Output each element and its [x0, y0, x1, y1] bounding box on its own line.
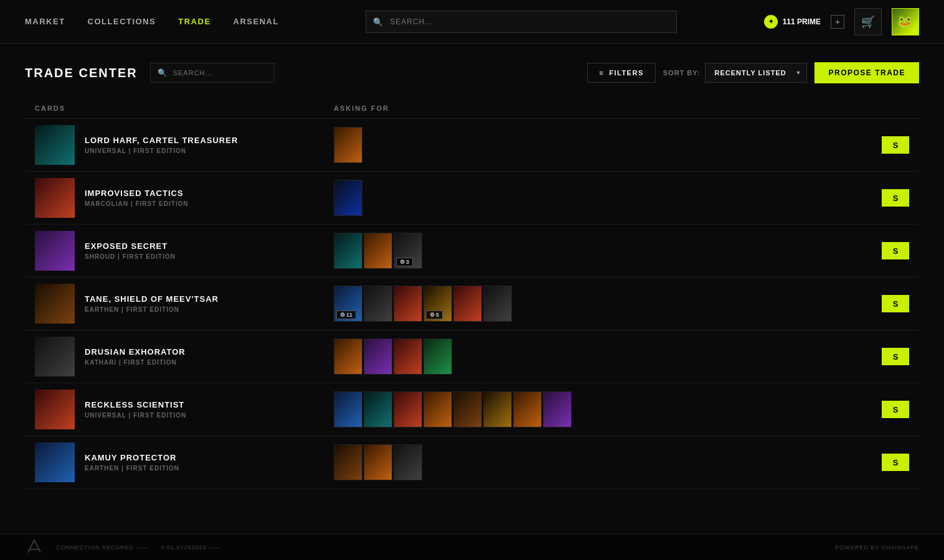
- cards-cell: KAMUY PROTECTOR EARTHEN | FIRST EDITION: [25, 436, 324, 489]
- asking-card-6: [513, 391, 542, 427]
- nav-item-market[interactable]: MARKET: [25, 17, 65, 26]
- filters-label: FILTERS: [609, 69, 644, 77]
- asking-card-3: [423, 391, 452, 427]
- asking-cell: ⚙3S: [324, 225, 919, 278]
- table-row[interactable]: EXPOSED SECRET SHROUD | FIRST EDITION ⚙3…: [25, 225, 919, 278]
- asking-card-0: [334, 338, 362, 375]
- card-thumbnail: [35, 442, 75, 482]
- asking-row-wrapper: S: [334, 391, 909, 427]
- avatar[interactable]: 🐸: [892, 8, 919, 35]
- card-info: DRUSIAN EXHORATOR KATHARI | FIRST EDITIO…: [85, 347, 186, 366]
- card-cell-content: TANE, SHIELD OF MEEV'TSAR EARTHEN | FIRS…: [35, 284, 314, 324]
- table-row[interactable]: KAMUY PROTECTOR EARTHEN | FIRST EDITION …: [25, 436, 919, 489]
- propose-trade-button[interactable]: PROPOSE TRADE: [814, 62, 919, 83]
- cards-column-header: CARDS: [25, 98, 324, 119]
- asking-card-0: ⚙11: [334, 286, 362, 322]
- card-edition: KATHARI | FIRST EDITION: [85, 359, 186, 366]
- asking-cell: S: [324, 436, 919, 489]
- asking-cards-group: ⚙3: [334, 233, 422, 269]
- table-row[interactable]: IMPROVISED TACTICS MARCOLIAN | FIRST EDI…: [25, 172, 919, 225]
- asking-cards-group: [334, 180, 362, 216]
- swap-button[interactable]: S: [882, 189, 909, 207]
- filters-icon: ≡: [599, 69, 604, 77]
- nav-item-collections[interactable]: COLLECTIONS: [88, 17, 156, 26]
- prime-icon: ✦: [764, 15, 778, 29]
- cards-cell: EXPOSED SECRET SHROUD | FIRST EDITION: [25, 225, 324, 278]
- cards-cell: TANE, SHIELD OF MEEV'TSAR EARTHEN | FIRS…: [25, 278, 324, 330]
- card-info: RECKLESS SCIENTIST UNIVERSAL | FIRST EDI…: [85, 400, 186, 419]
- asking-card-2: ⚙3: [394, 233, 422, 269]
- header: MARKETCOLLECTIONSTRADEARSENAL 🔍 ✦ 111 PR…: [0, 0, 944, 44]
- header-search-container: 🔍: [366, 11, 677, 33]
- card-thumbnail: [35, 178, 75, 218]
- filters-button[interactable]: ≡ FILTERS: [587, 63, 655, 83]
- table-row[interactable]: TANE, SHIELD OF MEEV'TSAR EARTHEN | FIRS…: [25, 278, 919, 330]
- asking-card-2: [394, 338, 422, 375]
- asking-card-5: [483, 391, 512, 427]
- gear-icon: ⚙: [340, 312, 345, 318]
- asking-card-1: [364, 233, 392, 269]
- plus-button[interactable]: +: [831, 15, 844, 29]
- sort-select[interactable]: RECENTLY LISTED: [705, 63, 807, 83]
- asking-card-0: [334, 180, 362, 216]
- table-row[interactable]: RECKLESS SCIENTIST UNIVERSAL | FIRST EDI…: [25, 383, 919, 436]
- gear-icon: ⚙: [430, 312, 435, 318]
- main-content: TRADE CENTER 🔍 ≡ FILTERS SORT BY: RECENT…: [0, 44, 944, 508]
- powered-by-text: POWERED BY CHAINSAFE: [835, 544, 919, 551]
- swap-button[interactable]: S: [882, 454, 909, 471]
- asking-row-wrapper: S: [334, 127, 909, 163]
- nav-container: MARKETCOLLECTIONSTRADEARSENAL: [25, 17, 279, 26]
- card-cell-content: RECKLESS SCIENTIST UNIVERSAL | FIRST EDI…: [35, 390, 314, 429]
- asking-card-3: [423, 338, 452, 375]
- search-icon: 🔍: [373, 17, 383, 26]
- asking-card-1: [364, 338, 392, 375]
- gear-icon: ⚙: [400, 259, 405, 265]
- trade-search-input[interactable]: [150, 63, 275, 83]
- swap-button[interactable]: S: [882, 136, 909, 154]
- table-row[interactable]: LORD HARF, CARTEL TREASURER UNIVERSAL | …: [25, 119, 919, 172]
- footer-left: CONNECTION SECURED —— 0.01.07282023 ——: [25, 537, 221, 558]
- asking-cards-group: [334, 338, 452, 375]
- asking-cell: S: [324, 383, 919, 436]
- nav-item-arsenal[interactable]: ARSENAL: [234, 17, 279, 26]
- card-thumbnail: [35, 284, 75, 324]
- card-thumbnail: [35, 390, 75, 429]
- swap-button[interactable]: S: [882, 242, 909, 259]
- card-edition: EARTHEN | FIRST EDITION: [85, 465, 179, 472]
- asking-cell: S: [324, 172, 919, 225]
- asking-card-4: [453, 286, 482, 322]
- asking-column-header: ASKING FOR: [324, 98, 919, 119]
- asking-cell: ⚙11⚙5S: [324, 278, 919, 330]
- asking-card-1: [364, 391, 392, 427]
- asking-row-wrapper: ⚙3S: [334, 233, 909, 269]
- cart-button[interactable]: 🛒: [854, 8, 882, 35]
- card-name: LORD HARF, CARTEL TREASURER: [85, 136, 238, 145]
- asking-card-2: [394, 391, 422, 427]
- stack-badge: ⚙11: [336, 310, 356, 319]
- header-right: ✦ 111 PRIME + 🛒 🐸: [764, 8, 919, 35]
- trade-center-header: TRADE CENTER 🔍 ≡ FILTERS SORT BY: RECENT…: [25, 62, 919, 83]
- swap-button[interactable]: S: [882, 295, 909, 312]
- card-name: KAMUY PROTECTOR: [85, 453, 179, 462]
- table-row[interactable]: DRUSIAN EXHORATOR KATHARI | FIRST EDITIO…: [25, 330, 919, 383]
- card-info: EXPOSED SECRET SHROUD | FIRST EDITION: [85, 241, 176, 260]
- trade-search-icon: 🔍: [158, 68, 167, 77]
- cards-cell: IMPROVISED TACTICS MARCOLIAN | FIRST EDI…: [25, 172, 324, 225]
- header-search-input[interactable]: [366, 11, 677, 33]
- swap-button[interactable]: S: [882, 348, 909, 365]
- asking-cards-group: ⚙11⚙5: [334, 286, 512, 322]
- card-edition: MARCOLIAN | FIRST EDITION: [85, 200, 189, 207]
- sort-wrapper: RECENTLY LISTED: [705, 63, 807, 83]
- asking-card-0: [334, 391, 362, 427]
- prime-badge: ✦ 111 PRIME: [764, 15, 821, 29]
- card-name: IMPROVISED TACTICS: [85, 189, 189, 198]
- trade-header-right: ≡ FILTERS SORT BY: RECENTLY LISTED PROPO…: [587, 62, 919, 83]
- card-name: TANE, SHIELD OF MEEV'TSAR: [85, 294, 219, 304]
- cards-cell: LORD HARF, CARTEL TREASURER UNIVERSAL | …: [25, 119, 324, 172]
- stack-badge: ⚙3: [396, 258, 413, 266]
- card-cell-content: LORD HARF, CARTEL TREASURER UNIVERSAL | …: [35, 125, 314, 165]
- nav-item-trade[interactable]: TRADE: [178, 17, 210, 26]
- swap-button[interactable]: S: [882, 401, 909, 418]
- card-thumbnail: [35, 125, 75, 165]
- card-edition: UNIVERSAL | FIRST EDITION: [85, 412, 186, 419]
